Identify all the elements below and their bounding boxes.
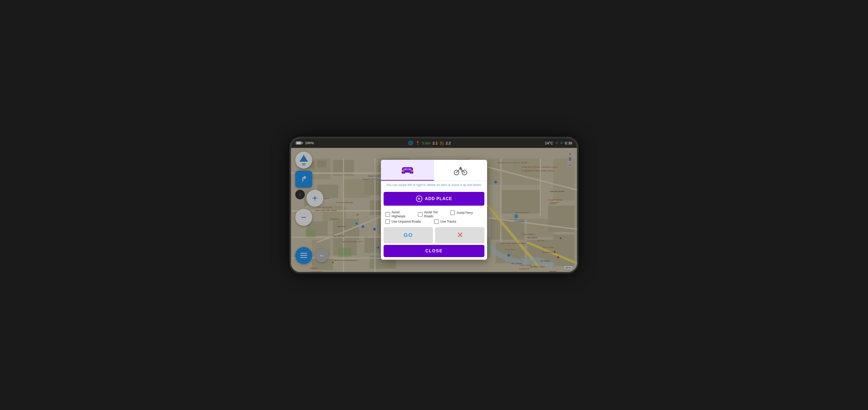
phone-frame: 100% 🌐 📍 5.0m 2.1 (!) 2.2 14°C ⨯ ⌖ 0:36 [289, 137, 579, 274]
avoid-highways-checkbox[interactable] [385, 212, 390, 217]
avoid-highways-option: AvoidHighways [385, 210, 418, 218]
avoid-toll-label: Avoid TollRoads [424, 210, 438, 218]
svg-rect-61 [403, 168, 407, 170]
bicycle-icon [453, 165, 468, 176]
unpaved-roads-checkbox[interactable] [385, 219, 390, 224]
svg-rect-64 [402, 170, 404, 171]
unpaved-roads-label: Use Unpaved Roads [392, 220, 421, 224]
car-icon [400, 165, 415, 175]
svg-rect-62 [408, 168, 411, 170]
avoid-ferry-checkbox[interactable] [450, 210, 455, 215]
car-tab[interactable] [381, 160, 434, 181]
svg-point-59 [403, 171, 405, 174]
unpaved-roads-option: Use Unpaved Roads [385, 219, 434, 224]
add-place-button[interactable]: + ADD PLACE [383, 192, 485, 206]
svg-point-60 [410, 171, 412, 174]
bicycle-tab[interactable] [434, 160, 487, 181]
cancel-icon: ✕ [457, 231, 463, 240]
plus-circle-icon: + [416, 196, 422, 202]
transport-tabs [381, 160, 487, 181]
swipe-hint-text: You can swipe left or right to delete an… [386, 183, 482, 187]
route-options-dialog: You can swipe left or right to delete an… [381, 160, 487, 260]
use-tracks-checkbox[interactable] [434, 219, 439, 224]
close-button[interactable]: CLOSE [383, 245, 485, 257]
action-buttons: GO ✕ [383, 227, 485, 243]
go-button[interactable]: GO [383, 227, 433, 243]
avoid-ferry-option: Avoid Ferry [450, 210, 483, 215]
cancel-button[interactable]: ✕ [435, 227, 485, 243]
svg-rect-65 [411, 170, 413, 171]
modal-overlay: You can swipe left or right to delete an… [291, 138, 577, 272]
go-label: GO [403, 232, 413, 238]
svg-point-70 [460, 167, 461, 169]
svg-rect-63 [407, 168, 408, 170]
route-options: AvoidHighways Avoid TollRoads Avoid Ferr… [381, 208, 487, 226]
swipe-hint: You can swipe left or right to delete an… [381, 181, 487, 189]
use-tracks-label: Use Tracks [440, 220, 456, 224]
close-label: CLOSE [425, 249, 442, 253]
avoid-ferry-label: Avoid Ferry [457, 211, 473, 215]
avoid-highways-label: AvoidHighways [392, 210, 405, 218]
avoid-toll-option: Avoid TollRoads [418, 210, 451, 218]
avoid-toll-checkbox[interactable] [418, 212, 423, 217]
use-tracks-option: Use Tracks [434, 219, 483, 224]
add-place-label: ADD PLACE [425, 196, 452, 201]
